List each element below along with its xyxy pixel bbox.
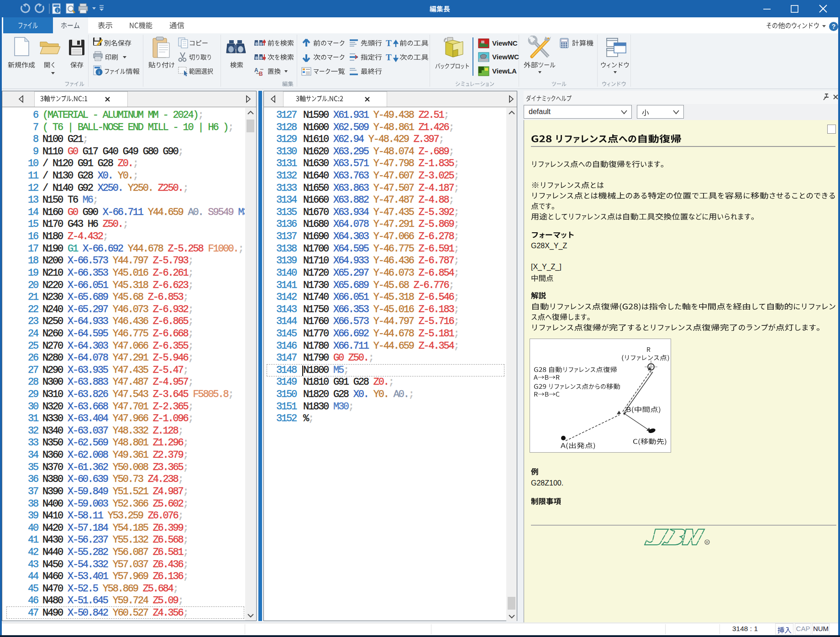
svg-text:i: i	[57, 7, 58, 13]
svg-text:T: T	[386, 38, 392, 48]
svg-text:?: ?	[832, 23, 836, 30]
svg-text:R: R	[706, 541, 708, 544]
svg-text:A: A	[254, 67, 258, 73]
svg-text:i: i	[98, 69, 100, 75]
svg-text:T: T	[386, 52, 392, 62]
svg-text:B: B	[259, 71, 263, 77]
